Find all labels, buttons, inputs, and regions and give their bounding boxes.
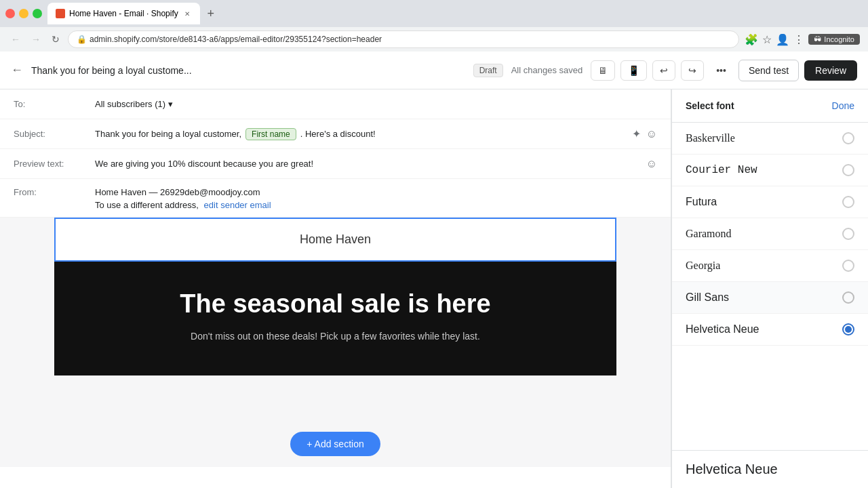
app-header: ← Thank you for being a loyal custome...… [0,52,868,89]
tab-close-btn[interactable]: ✕ [182,9,192,18]
subject-value: Thank you for being a loyal customer, Fi… [95,128,632,140]
preview-emoji-btn[interactable]: ☺ [646,158,657,170]
back-btn[interactable]: ← [8,33,23,46]
from-name: Home Haven — 26929deb@moodjoy.com [95,187,260,197]
subject-label: Subject: [14,129,95,139]
subject-emoji-btn[interactable]: ☺ [646,127,657,140]
address-bar-row: ← → ↻ 🔒 admin.shopify.com/store/de8143-a… [0,27,868,52]
new-tab-btn[interactable]: + [203,5,219,22]
draft-badge: Draft [473,64,503,77]
font-panel-header: Select font Done [672,89,868,123]
redo-btn[interactable]: ↪ [681,60,704,81]
font-radio-gill-sans[interactable] [842,291,854,304]
maximize-window-btn[interactable] [33,9,42,18]
font-radio-helvetica[interactable] [842,323,854,336]
active-tab[interactable]: Home Haven - Email · Shopify ✕ [47,3,200,24]
preview-text-row: Preview text: We are giving you 10% disc… [0,149,671,179]
font-item-helvetica[interactable]: Helvetica Neue [672,314,868,346]
font-name-georgia: Georgia [686,260,720,272]
minimize-window-btn[interactable] [19,9,28,18]
font-name-baskerville: Baskerville [686,132,735,144]
address-bar[interactable]: 🔒 admin.shopify.com/store/de8143-a6/apps… [68,30,739,48]
font-name-garamond: Garamond [686,228,732,240]
from-edit-text: To use a different address, edit sender … [95,200,271,210]
font-radio-georgia[interactable] [842,260,854,272]
mobile-preview-btn[interactable]: 📱 [620,60,647,81]
saved-text: All changes saved [511,65,583,75]
bookmark-btn[interactable]: ☆ [762,33,772,46]
font-radio-baskerville[interactable] [842,132,854,144]
close-window-btn[interactable] [5,9,15,18]
font-list: Baskerville Courier New Futura Garamond … [672,123,868,450]
menu-btn[interactable]: ⋮ [793,33,804,46]
meta-fields: To: All subscribers (1) ▾ Subject: Thank… [0,89,671,218]
chevron-down-icon: ▾ [168,99,173,109]
profile-btn[interactable]: 👤 [776,33,789,46]
extensions-btn[interactable]: 🧩 [745,33,758,46]
subject-prefix: Thank you for being a loyal customer, [95,129,241,139]
font-item-georgia[interactable]: Georgia [672,250,868,282]
lock-icon: 🔒 [77,35,87,44]
email-headline: The seasonal sale is here [75,289,596,320]
font-item-futura[interactable]: Futura [672,186,868,218]
email-body-section[interactable]: The seasonal sale is here Don't miss out… [54,262,616,375]
subject-actions: ✦ ☺ [632,127,657,140]
editor-panel: To: All subscribers (1) ▾ Subject: Thank… [0,89,671,488]
address-text: admin.shopify.com/store/de8143-a6/apps/e… [90,35,382,44]
font-radio-futura[interactable] [842,196,854,208]
add-section-button[interactable]: + Add section [290,432,380,456]
first-name-tag[interactable]: First name [245,128,296,140]
favicon [56,9,65,18]
font-radio-garamond[interactable] [842,228,854,240]
font-panel-title: Select font [686,100,734,111]
forward-btn[interactable]: → [28,33,43,46]
font-name-helvetica: Helvetica Neue [686,323,760,336]
font-selected-footer: Helvetica Neue [672,450,868,488]
preview-text-value: We are giving you 10% discount because y… [95,159,646,169]
from-value: Home Haven — 26929deb@moodjoy.com To use… [95,187,657,210]
window-controls [5,9,42,18]
tab-bar: Home Haven - Email · Shopify ✕ + [47,3,863,24]
desktop-preview-btn[interactable]: 🖥 [591,60,615,81]
font-panel: Select font Done Baskerville Courier New… [671,89,868,488]
from-label: From: [14,187,95,197]
bottom-bar: + Add section [0,421,671,467]
subject-row: Subject: Thank you for being a loyal cus… [0,119,671,149]
to-label: To: [14,99,95,109]
font-item-baskerville[interactable]: Baskerville [672,123,868,155]
font-radio-courier[interactable] [842,164,854,176]
subscriber-dropdown[interactable]: All subscribers (1) ▾ [95,99,173,109]
main-layout: To: All subscribers (1) ▾ Subject: Thank… [0,89,868,488]
font-item-garamond[interactable]: Garamond [672,218,868,250]
email-preview-area: Home Haven The seasonal sale is here Don… [0,218,671,421]
more-options-btn[interactable]: ••• [709,61,733,80]
font-item-courier[interactable]: Courier New [672,155,868,186]
subject-suffix: . Here's a discount! [300,129,376,139]
subject-magic-btn[interactable]: ✦ [632,127,641,140]
email-header-section[interactable]: Home Haven [54,218,616,262]
font-panel-done-btn[interactable]: Done [832,100,854,111]
subscriber-label: All subscribers (1) [95,99,165,109]
email-title: Thank you for being a loyal custome... [31,65,465,76]
incognito-label: Incognito [824,35,854,43]
header-actions: 🖥 📱 ↩ ↪ ••• Send test Review [591,60,857,81]
font-name-gill-sans: Gill Sans [686,291,729,304]
review-button[interactable]: Review [804,60,857,81]
font-item-gill-sans[interactable]: Gill Sans [672,282,868,314]
browser-actions: 🧩 ☆ 👤 ⋮ 🕶 Incognito [745,33,860,46]
font-name-courier: Courier New [686,164,757,176]
to-row: To: All subscribers (1) ▾ [0,89,671,119]
send-test-button[interactable]: Send test [738,60,799,81]
edit-sender-link[interactable]: edit sender email [204,200,271,210]
to-value: All subscribers (1) ▾ [95,99,657,109]
refresh-btn[interactable]: ↻ [49,33,62,46]
font-selected-display: Helvetica Neue [686,462,778,476]
back-nav-btn[interactable]: ← [11,63,23,77]
preview-text-label: Preview text: [14,159,95,169]
email-header-text: Home Haven [300,232,371,246]
undo-btn[interactable]: ↩ [652,60,675,81]
incognito-badge: 🕶 Incognito [808,34,860,45]
preview-text-content: We are giving you 10% discount because y… [95,159,313,169]
from-row: From: Home Haven — 26929deb@moodjoy.com … [0,179,671,218]
incognito-icon: 🕶 [814,35,821,43]
